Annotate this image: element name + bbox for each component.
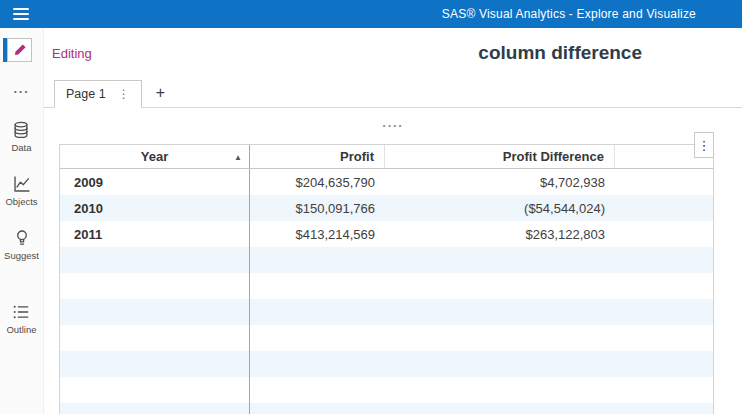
app-title: SAS® Visual Analytics - Explore and Visu… [442,7,696,21]
column-header-profit[interactable]: Profit [250,145,385,168]
object-drag-handle-icon[interactable]: ···· [382,118,403,133]
empty-table-row [60,351,713,377]
sidebar-item-label: Data [11,142,31,153]
empty-table-row [60,325,713,351]
column-header-year[interactable]: Year ▲ [60,145,250,168]
year-cell[interactable]: 2010 [60,195,250,221]
profit-difference-cell[interactable]: $4,702,938 [385,169,615,195]
lightbulb-icon [13,229,31,247]
list-table-object[interactable]: ⋮ Year ▲ Profit Profit Difference 2009 $… [59,144,714,414]
tab-page-1[interactable]: Page 1 ⋮ [54,80,142,108]
sidebar-item-label: Suggest [4,250,39,261]
editing-mode-label: Editing [52,46,92,61]
table-row[interactable]: 2010 $150,091,766 ($54,544,024) [60,195,713,221]
empty-table-row [60,377,713,403]
year-cell[interactable]: 2009 [60,169,250,195]
sort-ascending-icon: ▲ [234,152,242,161]
hamburger-menu-icon[interactable] [13,8,29,20]
profit-difference-cell[interactable]: $263,122,803 [385,221,615,247]
report-canvas: ···· ⋮ Year ▲ Profit Profit Difference 2… [44,108,742,414]
edit-mode-toggle[interactable] [3,38,32,62]
app-top-bar: SAS® Visual Analytics - Explore and Visu… [0,0,742,28]
column-header-profit-difference[interactable]: Profit Difference [385,145,615,168]
profit-difference-cell[interactable]: ($54,544,024) [385,195,615,221]
line-chart-icon [13,175,31,193]
empty-table-row [60,273,713,299]
sidebar-item-outline[interactable]: Outline [6,303,36,335]
page-tab-label: Page 1 [66,87,106,101]
empty-table-row [60,403,713,414]
add-page-button[interactable]: + [156,85,165,101]
empty-table-row [60,299,713,325]
profit-cell[interactable]: $204,635,790 [250,169,385,195]
sidebar-item-label: Outline [6,324,36,335]
sidebar-item-suggest[interactable]: Suggest [4,229,39,261]
report-toolbar: Editing column difference [44,28,742,78]
rail-overflow-icon[interactable]: ··· [14,84,30,99]
empty-table-row [60,247,713,273]
year-cell[interactable]: 2011 [60,221,250,247]
page-tab-bar: Page 1 ⋮ + [44,78,742,108]
sidebar-item-objects[interactable]: Objects [5,175,37,207]
report-title: column difference [478,42,642,64]
profit-cell[interactable]: $150,091,766 [250,195,385,221]
profit-cell[interactable]: $413,214,569 [250,221,385,247]
sidebar-item-data[interactable]: Data [11,121,31,153]
table-header-row: Year ▲ Profit Profit Difference [60,145,713,169]
database-icon [12,121,30,139]
table-options-menu-icon[interactable]: ⋮ [694,132,714,158]
outline-list-icon [12,303,30,321]
sidebar-item-label: Objects [5,196,37,207]
table-row[interactable]: 2009 $204,635,790 $4,702,938 [60,169,713,195]
page-tab-menu-icon[interactable]: ⋮ [118,87,130,101]
left-rail: ··· Data Objects Suggest [0,28,44,414]
edit-pencil-button[interactable] [7,38,32,62]
table-row[interactable]: 2011 $413,214,569 $263,122,803 [60,221,713,247]
pencil-icon [13,43,27,57]
